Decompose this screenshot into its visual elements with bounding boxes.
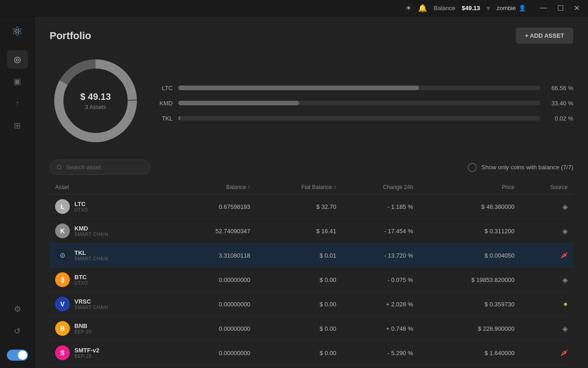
portfolio-icon: ◎	[14, 54, 21, 64]
dark-mode-toggle[interactable]	[7, 350, 28, 361]
sun-icon[interactable]: ☀	[405, 4, 412, 12]
asset-cell-ltc: Ł LTC UTXO	[50, 195, 170, 219]
source-vrsc: ●	[520, 292, 573, 316]
maximize-button[interactable]: ☐	[554, 3, 566, 13]
balance-smtf-v2: 0.00000000	[170, 341, 256, 365]
asset-info-kmd: KMD SMART CHAIN	[74, 225, 108, 237]
main-content: Portfolio + ADD ASSET $ 49.13	[35, 17, 588, 368]
asset-cell-tkl: ⊙ TKL SMART CHAIN	[50, 243, 170, 268]
bar-fill-kmd	[178, 101, 299, 105]
user-section[interactable]: zombie 👤	[497, 5, 526, 12]
titlebar-right: ☀ 🔔 Balance $49.13 ▾ zombie 👤 — ☐ ✕	[6, 3, 582, 13]
balance-ltc: 0.67598193	[170, 195, 256, 219]
col-asset: Asset	[50, 180, 170, 195]
asset-info-smtf-v2: SMTF-v2 BEP-20	[74, 347, 99, 359]
asset-icon-kmd: K	[55, 224, 70, 238]
show-balance-label: Show only coins with balance (7/7)	[481, 164, 573, 171]
balance-kmd: 52.74090347	[170, 219, 256, 243]
table-row[interactable]: K KMD SMART CHAIN 52.74090347 $ 16.41 - …	[50, 219, 573, 243]
bell-icon[interactable]: 🔔	[418, 4, 427, 12]
table-row[interactable]: B BNB BEP-20 0.00000000 $ 0.00 + 0.748 %…	[50, 316, 573, 341]
fiat-btc: $ 0.00	[256, 268, 342, 292]
sidebar-item-wallet[interactable]: ▣	[7, 72, 28, 91]
asset-table: Asset Balance ↑ Fiat Balance ↑ Change 24…	[50, 180, 573, 365]
sidebar-item-settings[interactable]: ⚙	[7, 300, 28, 318]
asset-ticker: BTC	[74, 274, 88, 281]
fiat-vrsc: $ 0.00	[256, 292, 342, 316]
page-header: Portfolio + ADD ASSET	[50, 28, 573, 44]
table-row[interactable]: S SMTF-v2 BEP-20 0.00000000 $ 0.00 - 5.2…	[50, 341, 573, 365]
balance-tkl: 3.31080118	[170, 243, 256, 268]
donut-center: $ 49.13 3 Assets	[80, 92, 111, 110]
asset-ticker: BNB	[74, 322, 91, 329]
asset-icon-btc: ₿	[55, 272, 70, 287]
add-asset-button[interactable]: + ADD ASSET	[516, 28, 573, 44]
donut-label: 3 Assets	[80, 104, 111, 110]
donut-chart: $ 49.13 3 Assets	[50, 55, 141, 147]
table-body: Ł LTC UTXO 0.67598193 $ 32.70 - 1.185 % …	[50, 195, 573, 365]
asset-type: SMART CHAIN	[74, 305, 108, 310]
change-tkl: - 13.720 %	[342, 243, 418, 268]
change-btc: - 0.075 %	[342, 268, 418, 292]
layout: ⚛ ◎ ▣ ↑ ⊞ ⚙ ↺ Portfolio + ADD ASS	[0, 17, 588, 368]
balance-filter-toggle[interactable]	[468, 163, 477, 172]
table-row[interactable]: Ł LTC UTXO 0.67598193 $ 32.70 - 1.185 % …	[50, 195, 573, 219]
price-smtf-v2: $ 1.640000	[418, 341, 520, 365]
asset-info-bnb: BNB BEP-20	[74, 322, 91, 334]
svg-line-5	[61, 168, 62, 169]
source-icon: ◈	[562, 276, 568, 284]
sidebar-item-markets[interactable]: ↑	[7, 94, 28, 113]
bar-fill-tkl	[178, 116, 180, 121]
balance-value: $49.13	[462, 5, 480, 12]
bar-pct-ltc: 66.56 %	[546, 85, 573, 92]
bar-track-tkl	[178, 116, 540, 121]
price-bnb: $ 228.900000	[418, 316, 520, 341]
asset-type: SMART CHAIN	[74, 256, 108, 261]
asset-ticker: KMD	[74, 225, 108, 232]
price-tkl: $ 0.004050	[418, 243, 520, 268]
username: zombie	[497, 5, 516, 12]
table-row[interactable]: ⊙ TKL SMART CHAIN 3.31080118 $ 0.01 - 13…	[50, 243, 573, 268]
page-title: Portfolio	[50, 30, 91, 42]
source-tkl: 🌶	[520, 243, 573, 268]
source-btc: ◈	[520, 268, 573, 292]
minimize-button[interactable]: —	[537, 3, 550, 13]
search-input[interactable]	[66, 164, 144, 171]
asset-info-btc: BTC UTXO	[74, 274, 88, 286]
asset-type: BEP-20	[74, 329, 91, 334]
asset-type: BEP-20	[74, 354, 99, 359]
sidebar-item-refresh[interactable]: ↺	[7, 322, 28, 340]
sidebar: ⚛ ◎ ▣ ↑ ⊞ ⚙ ↺	[0, 17, 35, 368]
table-row[interactable]: ₿ BTC UTXO 0.00000000 $ 0.00 - 0.075 % $…	[50, 268, 573, 292]
asset-cell-smtf-v2: S SMTF-v2 BEP-20	[50, 341, 170, 365]
balance-label: Balance	[434, 5, 455, 12]
source-icon: 🌶	[560, 349, 568, 356]
bar-ticker-kmd: KMD	[156, 100, 173, 107]
chart-icon: ↑	[16, 99, 19, 108]
svg-point-4	[57, 165, 61, 169]
table-row[interactable]: V VRSC SMART CHAIN 0.00000000 $ 0.00 + 2…	[50, 292, 573, 316]
col-source: Source	[520, 180, 573, 195]
asset-type: UTXO	[74, 281, 88, 286]
fiat-bnb: $ 0.00	[256, 316, 342, 341]
sidebar-item-blocks[interactable]: ⊞	[7, 116, 28, 135]
fiat-tkl: $ 0.01	[256, 243, 342, 268]
asset-ticker: SMTF-v2	[74, 347, 99, 354]
source-kmd: ◈	[520, 219, 573, 243]
fiat-ltc: $ 32.70	[256, 195, 342, 219]
close-button[interactable]: ✕	[571, 3, 582, 13]
sidebar-item-portfolio[interactable]: ◎	[7, 50, 28, 69]
blocks-icon: ⊞	[14, 121, 21, 131]
balance-btc: 0.00000000	[170, 268, 256, 292]
asset-ticker: LTC	[74, 201, 88, 207]
bar-chart: LTC 66.56 % KMD 33.40 % TKL	[156, 55, 573, 147]
bar-track-kmd	[178, 101, 540, 105]
titlebar: ☀ 🔔 Balance $49.13 ▾ zombie 👤 — ☐ ✕	[0, 0, 588, 17]
col-change: Change 24h	[342, 180, 418, 195]
portfolio-section: $ 49.13 3 Assets LTC 66.56 % KMD	[50, 55, 573, 147]
asset-cell-kmd: K KMD SMART CHAIN	[50, 219, 170, 243]
wallet-icon: ▣	[13, 76, 21, 86]
search-box	[50, 160, 151, 175]
asset-icon-smtf-v2: S	[55, 345, 70, 360]
asset-icon-vrsc: V	[55, 297, 70, 311]
